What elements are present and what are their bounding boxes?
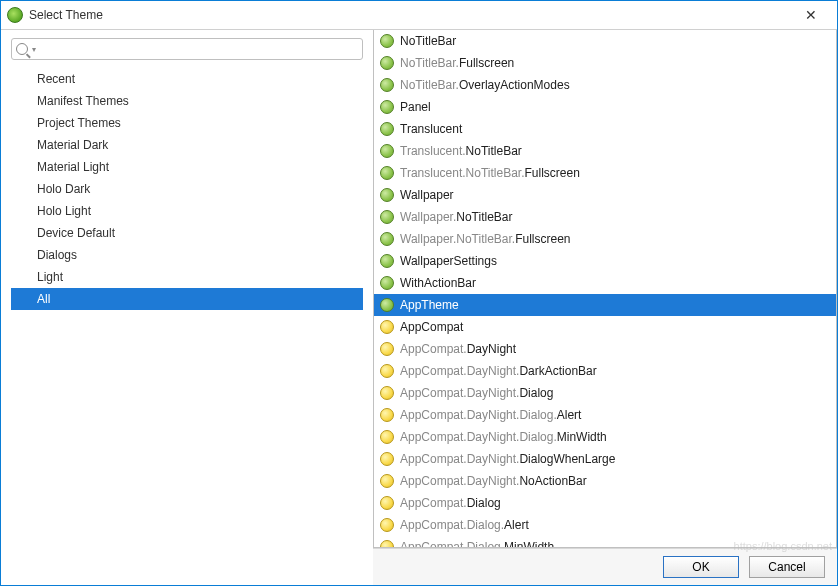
theme-name: Translucent [400,122,462,136]
theme-row[interactable]: AppCompat.Dialog [374,492,836,514]
close-button[interactable]: ✕ [791,1,831,29]
theme-icon [380,342,394,356]
theme-icon [380,474,394,488]
theme-name: Alert [504,518,529,532]
theme-name: DialogWhenLarge [519,452,615,466]
theme-icon [380,122,394,136]
theme-icon [380,386,394,400]
theme-row[interactable]: AppCompat.Dialog.Alert [374,514,836,536]
theme-icon [380,276,394,290]
theme-row[interactable]: AppCompat.DayNight.NoActionBar [374,470,836,492]
theme-row[interactable]: AppCompat.DayNight.DarkActionBar [374,360,836,382]
theme-prefix: Wallpaper. [400,210,456,224]
category-item[interactable]: Light [11,266,363,288]
theme-row[interactable]: AppCompat.DayNight [374,338,836,360]
theme-row[interactable]: NoTitleBar.Fullscreen [374,52,836,74]
theme-icon [380,496,394,510]
theme-name: AppTheme [400,298,459,312]
theme-name: Dialog [519,386,553,400]
theme-prefix: Translucent.NoTitleBar. [400,166,525,180]
theme-icon [380,430,394,444]
theme-icon [380,452,394,466]
theme-list[interactable]: NoTitleBarNoTitleBar.FullscreenNoTitleBa… [373,30,837,547]
theme-name: Dialog [467,496,501,510]
theme-icon [380,364,394,378]
theme-row[interactable]: AppCompat.DayNight.DialogWhenLarge [374,448,836,470]
category-item[interactable]: Recent [11,68,363,90]
category-item[interactable]: Device Default [11,222,363,244]
dialog-body: ▾ RecentManifest ThemesProject ThemesMat… [1,30,837,585]
theme-name: NoTitleBar [456,210,512,224]
theme-icon [380,210,394,224]
theme-row[interactable]: Translucent.NoTitleBar.Fullscreen [374,162,836,184]
theme-row[interactable]: AppCompat.DayNight.Dialog.MinWidth [374,426,836,448]
theme-row[interactable]: WallpaperSettings [374,250,836,272]
theme-name: Fullscreen [515,232,570,246]
theme-icon [380,320,394,334]
theme-icon [380,232,394,246]
search-box[interactable]: ▾ [11,38,363,60]
theme-prefix: AppCompat.DayNight. [400,474,519,488]
theme-row[interactable]: WithActionBar [374,272,836,294]
theme-row[interactable]: Translucent [374,118,836,140]
theme-icon [380,518,394,532]
theme-name: Fullscreen [525,166,580,180]
theme-icon [380,188,394,202]
category-item[interactable]: Project Themes [11,112,363,134]
theme-icon [380,78,394,92]
close-icon: ✕ [805,7,817,23]
theme-icon [380,408,394,422]
category-list[interactable]: RecentManifest ThemesProject ThemesMater… [11,68,363,575]
theme-row[interactable]: Translucent.NoTitleBar [374,140,836,162]
theme-name: Alert [557,408,582,422]
category-item[interactable]: Holo Dark [11,178,363,200]
theme-row[interactable]: AppCompat.DayNight.Dialog [374,382,836,404]
theme-prefix: AppCompat. [400,342,467,356]
theme-icon [380,144,394,158]
theme-row[interactable]: Wallpaper.NoTitleBar.Fullscreen [374,228,836,250]
cancel-button[interactable]: Cancel [749,556,825,578]
theme-row[interactable]: AppCompat [374,316,836,338]
theme-row[interactable]: NoTitleBar [374,30,836,52]
theme-prefix: AppCompat.DayNight.Dialog. [400,408,557,422]
ok-button[interactable]: OK [663,556,739,578]
category-item[interactable]: Manifest Themes [11,90,363,112]
category-item[interactable]: Material Light [11,156,363,178]
theme-icon [380,540,394,547]
theme-prefix: AppCompat.DayNight. [400,452,519,466]
theme-prefix: AppCompat.Dialog. [400,540,504,547]
theme-icon [380,100,394,114]
theme-name: OverlayActionModes [459,78,570,92]
theme-prefix: NoTitleBar. [400,56,459,70]
category-item[interactable]: All [11,288,363,310]
category-item[interactable]: Dialogs [11,244,363,266]
left-pane: ▾ RecentManifest ThemesProject ThemesMat… [1,30,373,585]
theme-name: Fullscreen [459,56,514,70]
theme-prefix: AppCompat.DayNight. [400,386,519,400]
select-theme-dialog: Select Theme ✕ ▾ RecentManifest ThemesPr… [0,0,838,586]
theme-icon [380,56,394,70]
theme-prefix: NoTitleBar. [400,78,459,92]
theme-prefix: AppCompat.DayNight. [400,364,519,378]
theme-row[interactable]: Wallpaper [374,184,836,206]
theme-icon [380,34,394,48]
theme-row[interactable]: Panel [374,96,836,118]
search-input[interactable] [36,42,358,56]
theme-icon [380,298,394,312]
theme-row[interactable]: AppCompat.Dialog.MinWidth [374,536,836,547]
theme-name: AppCompat [400,320,463,334]
theme-name: DarkActionBar [519,364,596,378]
theme-row[interactable]: Wallpaper.NoTitleBar [374,206,836,228]
theme-name: WallpaperSettings [400,254,497,268]
theme-name: Wallpaper [400,188,454,202]
theme-name: Panel [400,100,431,114]
theme-row[interactable]: AppTheme [374,294,836,316]
theme-row[interactable]: AppCompat.DayNight.Dialog.Alert [374,404,836,426]
theme-icon [380,254,394,268]
window-title: Select Theme [29,8,791,22]
category-item[interactable]: Holo Light [11,200,363,222]
category-item[interactable]: Material Dark [11,134,363,156]
right-pane: NoTitleBarNoTitleBar.FullscreenNoTitleBa… [373,30,837,585]
theme-name: NoTitleBar [400,34,456,48]
theme-row[interactable]: NoTitleBar.OverlayActionModes [374,74,836,96]
